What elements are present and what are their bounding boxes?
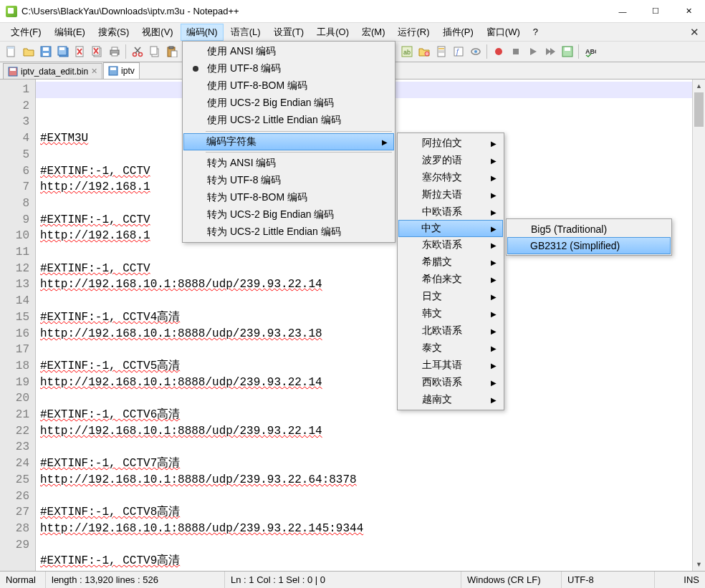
charset-item[interactable]: 土耳其语▶ [399, 357, 502, 374]
minimize-button[interactable]: — [606, 0, 639, 23]
scrollbar-thumb[interactable] [694, 92, 704, 127]
enc-item[interactable]: 使用 UTF-8-BOM 编码 [184, 77, 393, 95]
editor-line: http://192.168.10.1:8888/udp/239.93.22.6… [40, 569, 692, 571]
charset-item[interactable]: 希伯来文▶ [399, 271, 502, 288]
svg-rect-26 [171, 51, 177, 57]
new-file-button[interactable] [3, 44, 19, 60]
enc-item[interactable]: 转为 UTF-8-BOM 编码 [184, 189, 393, 206]
titlebar: C:\Users\BlackYau\Downloads\iptv.m3u - N… [0, 0, 705, 23]
doc-map-button[interactable] [433, 44, 449, 60]
line-number: 23 [0, 439, 29, 456]
menu-语言[interactable]: 语言(L) [225, 24, 267, 41]
charset-item[interactable]: 泰文▶ [399, 339, 502, 357]
monitor-button[interactable] [467, 44, 484, 60]
record-macro-button[interactable] [490, 44, 507, 60]
line-number: 22 [0, 423, 29, 440]
charset-item[interactable]: 塞尔特文▶ [399, 169, 502, 186]
close-all-button[interactable] [89, 44, 105, 60]
cut-button[interactable] [129, 44, 145, 60]
menu-插件[interactable]: 插件(P) [437, 24, 479, 41]
menu-搜索[interactable]: 搜索(S) [92, 24, 135, 41]
status-language: Normal [0, 572, 46, 588]
svg-rect-17 [112, 53, 118, 56]
enc-item[interactable]: 使用 UCS-2 Big Endian 编码 [184, 95, 393, 112]
menu-编辑[interactable]: 编辑(E) [49, 24, 91, 41]
lang-button[interactable]: ab [398, 44, 415, 60]
charset-submenu: 阿拉伯文▶波罗的语▶塞尔特文▶斯拉夫语▶中欧语系▶中文▶东欧语系▶希腊文▶希伯来… [397, 132, 504, 410]
open-file-button[interactable] [20, 44, 37, 60]
cn-encoding-item[interactable]: Big5 (Traditional) [508, 221, 670, 238]
enc-charset-item[interactable]: 编码字符集▶ [183, 133, 394, 150]
tab-0[interactable]: iptv_data_edit.bin✕ [3, 63, 102, 79]
close-tab-icon[interactable]: ✕ [91, 67, 97, 76]
line-number: 14 [0, 293, 29, 309]
play-multi-button[interactable] [542, 44, 558, 60]
svg-rect-61 [565, 47, 570, 51]
editor-line: #EXTINF:-1, CCTV7高清 [40, 456, 692, 472]
enc-item[interactable]: 使用 ANSI 编码 [184, 43, 393, 60]
line-number: 26 [0, 488, 29, 505]
editor-line [40, 488, 692, 505]
charset-item[interactable]: 波罗的语▶ [399, 152, 502, 169]
enc-item[interactable]: 转为 ANSI 编码 [184, 155, 393, 172]
line-number: 19 [0, 375, 29, 391]
menu-运行[interactable]: 运行(R) [392, 24, 435, 41]
save-button[interactable] [37, 44, 54, 60]
menu-?[interactable]: ? [527, 24, 544, 39]
charset-item[interactable]: 韩文▶ [399, 305, 502, 322]
svg-rect-25 [169, 47, 173, 49]
func-list-button[interactable]: ƒ [450, 44, 466, 60]
enc-item[interactable]: 使用 UTF-8 编码 [184, 60, 393, 77]
status-length: length : 13,920 lines : 526 [46, 572, 225, 588]
tab-1[interactable]: iptv [103, 62, 140, 79]
enc-item[interactable]: 转为 UCS-2 Big Endian 编码 [184, 206, 393, 223]
folder-workspace-button[interactable] [416, 44, 432, 60]
charset-item[interactable]: 北欧语系▶ [399, 322, 502, 339]
menu-视图[interactable]: 视图(V) [136, 24, 178, 41]
enc-item[interactable]: 使用 UCS-2 Little Endian 编码 [184, 112, 393, 129]
menu-窗口[interactable]: 窗口(W) [481, 24, 526, 41]
stop-macro-button[interactable] [507, 44, 524, 60]
line-number: 5 [0, 147, 29, 163]
enc-item[interactable]: 转为 UCS-2 Little Endian 编码 [184, 223, 393, 241]
charset-item[interactable]: 希腊文▶ [399, 254, 502, 271]
print-button[interactable] [106, 44, 123, 60]
maximize-button[interactable]: ☐ [639, 0, 672, 23]
vertical-scrollbar[interactable]: ▲ ▼ [692, 79, 705, 571]
charset-item[interactable]: 阿拉伯文▶ [399, 135, 502, 152]
charset-item[interactable]: 斯拉夫语▶ [399, 186, 502, 203]
cn-encoding-item[interactable]: GB2312 (Simplified) [507, 237, 671, 254]
menu-编码[interactable]: 编码(N) [181, 24, 224, 41]
charset-item[interactable]: 西欧语系▶ [399, 374, 502, 391]
charset-item[interactable]: 越南文▶ [399, 391, 502, 408]
svg-point-57 [474, 50, 477, 53]
menu-宏[interactable]: 宏(M) [356, 24, 391, 41]
menu-文件[interactable]: 文件(F) [5, 24, 47, 41]
editor-line: http://192.168.10.1:8888/udp/239.93.22.1… [40, 521, 692, 537]
editor-line: http://192.168.10.1:8888/udp/239.93.22.1… [40, 423, 692, 440]
close-button[interactable]: ✕ [672, 0, 705, 23]
close-file-button[interactable] [72, 44, 88, 60]
scroll-up-arrow[interactable]: ▲ [693, 79, 705, 92]
charset-item[interactable]: 东欧语系▶ [399, 236, 502, 254]
editor-line: #EXTINF:-1, CCTV [40, 261, 692, 277]
editor-line: http://192.168.10.1:8888/udp/239.93.22.1… [40, 276, 692, 293]
menu-设置[interactable]: 设置(T) [268, 24, 310, 41]
svg-rect-59 [513, 49, 519, 54]
charset-item[interactable]: 中欧语系▶ [399, 203, 502, 221]
menu-工具[interactable]: 工具(O) [311, 24, 355, 41]
charset-item[interactable]: 日文▶ [399, 288, 502, 305]
paste-button[interactable] [163, 44, 180, 60]
save-macro-button[interactable] [559, 44, 575, 60]
enc-item[interactable]: 转为 UTF-8 编码 [184, 172, 393, 189]
scroll-down-arrow[interactable]: ▼ [693, 558, 705, 571]
spellcheck-button[interactable]: ABC [582, 44, 598, 60]
line-number: 9 [0, 212, 29, 228]
charset-item[interactable]: 中文▶ [398, 220, 503, 237]
save-all-button[interactable] [54, 44, 71, 60]
secondary-close-icon[interactable]: ✕ [690, 26, 699, 39]
play-macro-button[interactable] [524, 44, 541, 60]
copy-button[interactable] [146, 44, 163, 60]
editor-line: http://192.168.10.1:8888/udp/239.93.22.6… [40, 472, 692, 488]
line-number-gutter: 1234567891011121314151617181920212223242… [0, 79, 36, 571]
